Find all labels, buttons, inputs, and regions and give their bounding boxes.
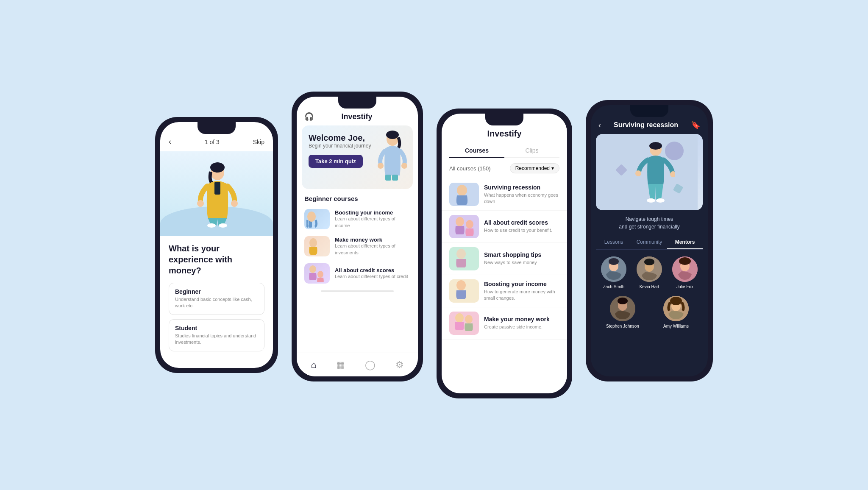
svg-point-48 [679,257,691,265]
svg-point-39 [656,198,665,203]
course-info: Make your money work Create passive side… [484,316,550,330]
chevron-down-icon: ▾ [551,165,554,171]
course-info-1: Boosting your income Learn about differe… [335,209,410,229]
course-name: Make your money work [484,316,550,323]
mentor-5[interactable]: Amy Williams [652,296,700,329]
course-desc: New ways to save money [484,259,541,266]
nav-profile-icon[interactable]: ◯ [365,359,376,370]
option-beginner[interactable]: Beginner Understand basic concepts like … [169,283,264,315]
svg-point-24 [456,249,466,259]
svg-point-10 [401,163,407,169]
list-item[interactable]: Smart shopping tips New ways to save mon… [442,243,567,275]
course-info: Smart shopping tips New ways to save mon… [484,251,541,266]
phone-notch [630,105,668,117]
course-desc: How to use credit to your benefit. [484,227,552,234]
course-list: Surviving recession What happens when ec… [442,178,567,390]
mentor-4[interactable]: Stephen Johnson [598,296,647,329]
svg-point-45 [644,259,654,265]
svg-point-28 [455,313,464,323]
back-icon[interactable]: ‹ [598,121,601,130]
svg-point-22 [466,220,473,228]
headphone-icon[interactable]: 🎧 [304,112,314,121]
course-name: Boosting your income [484,281,559,287]
course-name: Smart shopping tips [484,251,541,258]
list-item[interactable]: Surviving recession What happens when ec… [442,178,567,211]
nav-home-icon[interactable]: ⌂ [311,359,316,370]
svg-point-21 [456,217,464,226]
app-title-courses: Investify [449,129,559,139]
detail-hero [596,134,703,210]
svg-point-16 [309,265,316,273]
course-thumbnail [449,279,479,303]
tab-courses[interactable]: Courses [449,144,504,157]
course-item-3[interactable]: All about credit scores Learn about diff… [297,260,418,287]
mentor-avatar-1 [601,256,626,282]
course-thumb-1 [304,209,330,229]
course-thumbnail [449,247,479,270]
mentor-2[interactable]: Kevin Hart [634,256,665,289]
skip-button[interactable]: Skip [253,139,264,145]
course-item-2[interactable]: Make money work Learn about different ty… [297,233,418,260]
course-info: Surviving recession What happens when ec… [484,184,559,205]
nav-settings-icon[interactable]: ⚙ [395,359,404,370]
list-item[interactable]: Make your money work Create passive side… [442,307,567,340]
detail-tabs: Lessons Community Mentors [596,236,703,250]
section-title: Beginner courses [297,189,418,206]
svg-point-38 [647,198,655,203]
character-illustration [191,160,242,228]
mentor-name-5: Amy Williams [663,324,689,329]
back-icon[interactable]: ‹ [169,137,171,146]
detail-tagline: Navigate tough timesand get stronger fin… [591,210,708,236]
filter-button[interactable]: Recommended ▾ [510,163,559,173]
tab-mentors[interactable]: Mentors [667,236,703,249]
filter-row: All courses (150) Recommended ▾ [442,158,567,178]
tab-community[interactable]: Community [632,236,667,249]
quiz-illustration [160,151,273,236]
phone-notch [338,97,376,109]
course-desc-1: Learn about different types of income [335,216,410,229]
quiz-button[interactable]: Take 2 min quiz [309,155,363,168]
course-thumbnail [449,312,479,335]
phone-notch [485,114,523,125]
tab-clips[interactable]: Clips [504,144,559,157]
option-beginner-title: Beginner [175,288,258,295]
course-info-2: Make money work Learn about different ty… [335,237,410,256]
course-name-2: Make money work [335,237,410,243]
course-thumb-2 [304,236,330,256]
mentor-name-2: Kevin Hart [640,284,659,289]
course-item-1[interactable]: Boosting your income Learn about differe… [297,206,418,233]
course-desc-3: Learn about different types of credit [335,273,408,280]
option-student-desc: Studies financial topics and understand … [175,333,258,346]
mentor-3[interactable]: Julie Fox [670,256,700,289]
svg-rect-2 [214,182,220,195]
mentor-name-3: Julie Fox [676,284,693,289]
svg-point-15 [309,238,317,248]
phone-home: 🎧 Investify Welcome Joe, Begin your fina… [292,92,423,381]
svg-point-5 [207,223,216,228]
svg-point-8 [386,131,399,139]
svg-point-54 [670,297,682,305]
mentors-grid-row2: Stephen Johnson Amy Williams [591,296,708,335]
quiz-question: What is your experience with money? [169,243,264,276]
svg-point-29 [465,315,473,323]
svg-point-36 [635,170,641,176]
course-desc: How to generate more money with small ch… [484,289,559,302]
list-item[interactable]: Boosting your income How to generate mor… [442,275,567,307]
course-info: All about credit scores How to use credi… [484,219,552,234]
list-item[interactable]: All about credit scores How to use credi… [442,211,567,243]
svg-point-14 [307,212,316,222]
course-desc: What happens when economy goes down [484,192,559,205]
course-name-3: All about credit scores [335,267,408,273]
hero-banner: Welcome Joe, Begin your financial journe… [302,125,413,189]
nav-courses-icon[interactable]: ▦ [336,359,345,370]
course-name-1: Boosting your income [335,209,410,216]
svg-point-1 [210,162,225,173]
svg-point-26 [456,280,466,290]
mentor-1[interactable]: Zach Smith [598,256,629,289]
svg-point-6 [219,223,227,228]
svg-rect-12 [392,175,398,181]
option-student[interactable]: Student Studies financial topics and und… [169,319,264,351]
svg-point-35 [649,142,662,150]
bookmark-icon[interactable]: 🔖 [691,120,700,130]
tab-lessons[interactable]: Lessons [596,236,632,249]
